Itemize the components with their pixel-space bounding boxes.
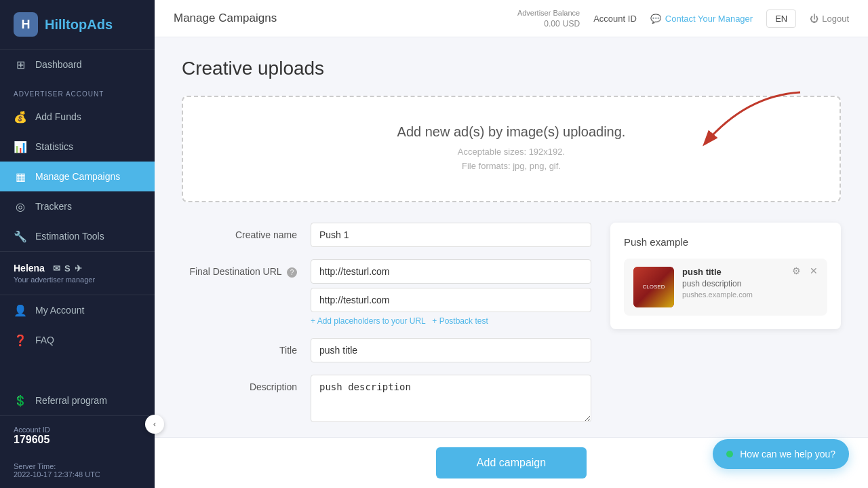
sidebar-item-trackers[interactable]: ◎ Trackers	[0, 191, 155, 221]
logo-text: HilltopAds	[45, 17, 113, 33]
grid-icon: ⊞	[14, 58, 27, 71]
url-input-wrap	[311, 259, 591, 288]
chat-bubble-icon: 💬	[650, 14, 661, 24]
tools-icon: 🔧	[14, 229, 27, 243]
add-campaign-button[interactable]: Add campaign	[436, 447, 587, 478]
push-example-title: Push example	[624, 236, 827, 248]
url-links: + Add placeholders to your URL + Postbac…	[311, 316, 591, 326]
user-icon: 👤	[14, 303, 27, 317]
trackers-icon: ◎	[14, 200, 27, 213]
creative-name-control	[311, 223, 591, 247]
telegram-icon[interactable]: ✈	[75, 263, 82, 274]
chart-icon: 📊	[14, 140, 27, 153]
page-title: Creative uploads	[182, 58, 841, 79]
content-area: Creative uploads Add new ad(s) by image(…	[155, 37, 868, 437]
balance-label: Advertiser Balance	[517, 9, 580, 17]
account-id-box: Account ID 179605	[0, 415, 155, 455]
logo: H HilltopAds	[0, 0, 155, 50]
upload-area[interactable]: Add new ad(s) by image(s) uploading. Acc…	[182, 96, 841, 202]
sidebar-item-manage-campaigns[interactable]: ▦ Manage Campaigns	[0, 162, 155, 191]
postback-test-link[interactable]: + Postback test	[432, 316, 488, 326]
logo-icon: H	[14, 12, 38, 37]
email-icon[interactable]: ✉	[53, 263, 60, 274]
form-row-url: Final Destination URL ? + Add placeholde…	[182, 259, 591, 326]
title-control	[311, 338, 591, 362]
form-row-title: Title	[182, 338, 591, 362]
upload-sub-text-sizes: Acceptable sizes: 192x192.	[197, 145, 826, 159]
sidebar-item-faq[interactable]: ❓ FAQ	[0, 325, 155, 355]
push-example-card: Push example CLOSED push title push desc…	[610, 223, 841, 329]
chat-label: How can we help you?	[740, 449, 835, 459]
balance-amount: 0.00 USD	[517, 17, 580, 29]
sidebar-item-statistics[interactable]: 📊 Statistics	[0, 132, 155, 162]
description-textarea[interactable]: push description	[311, 375, 591, 422]
creative-name-label: Creative name	[182, 223, 311, 240]
push-close-button[interactable]: ✕	[807, 264, 821, 278]
form-row-description: Description push description	[182, 375, 591, 425]
url-label: Final Destination URL ?	[182, 259, 311, 278]
url-help-icon[interactable]: ?	[287, 267, 297, 278]
skype-icon[interactable]: S	[64, 263, 71, 274]
language-selector[interactable]: EN	[766, 10, 796, 28]
contact-manager-button[interactable]: 💬 Contact Your Manager	[650, 14, 753, 24]
account-id-label: Account ID	[14, 426, 141, 434]
description-label: Description	[182, 375, 311, 392]
push-thumb-image: CLOSED	[633, 267, 674, 307]
sidebar-section-label: ADVERTISER ACCOUNT	[0, 79, 155, 102]
add-placeholders-link[interactable]: + Add placeholders to your URL	[311, 316, 425, 326]
header: Manage Campaigns Advertiser Balance 0.00…	[155, 0, 868, 37]
faq-icon: ❓	[14, 333, 27, 347]
manager-name: Helena ✉ S ✈	[14, 263, 141, 274]
sidebar-item-estimation-tools[interactable]: 🔧 Estimation Tools	[0, 221, 155, 251]
push-notif-desc: push description	[682, 279, 818, 288]
dollar-icon: 💰	[14, 110, 27, 124]
url-input-secondary[interactable]	[311, 288, 591, 312]
chat-widget[interactable]: How can we help you?	[713, 439, 849, 469]
header-right: Advertiser Balance 0.00 USD Account ID 💬…	[517, 9, 849, 29]
push-thumbnail: CLOSED	[633, 267, 674, 307]
campaigns-icon: ▦	[14, 170, 27, 183]
manager-role: Your advertiser manager	[14, 276, 141, 284]
push-notif-url: pushes.example.com	[682, 290, 818, 299]
title-input[interactable]	[311, 338, 591, 362]
account-id-value: 179605	[14, 434, 141, 446]
logout-icon: ⏻	[810, 14, 818, 24]
sidebar-bottom: 💲 Referral program Account ID 179605 Ser…	[0, 386, 155, 488]
main-content: Manage Campaigns Advertiser Balance 0.00…	[155, 0, 868, 488]
sidebar-item-add-funds[interactable]: 💰 Add Funds	[0, 102, 155, 132]
sidebar-item-my-account[interactable]: 👤 My Account	[0, 295, 155, 325]
header-title: Manage Campaigns	[174, 12, 277, 25]
upload-section: Add new ad(s) by image(s) uploading. Acc…	[182, 96, 841, 202]
title-label: Title	[182, 338, 311, 356]
manager-icons: ✉ S ✈	[53, 263, 82, 274]
url-input[interactable]	[311, 259, 591, 284]
push-settings-button[interactable]: ⚙	[789, 264, 803, 278]
description-control: push description	[311, 375, 591, 425]
creative-name-input[interactable]	[311, 223, 591, 247]
sidebar-collapse-button[interactable]: ‹	[145, 415, 164, 434]
url-control: + Add placeholders to your URL + Postbac…	[311, 259, 591, 326]
push-notification-preview: CLOSED push title push description pushe…	[624, 259, 827, 316]
chat-online-dot	[726, 451, 733, 457]
account-id-header: Account ID	[593, 14, 637, 24]
form-layout: Creative name Final Destination URL ?	[182, 223, 841, 437]
logout-button[interactable]: ⏻ Logout	[810, 14, 849, 24]
advertiser-balance: Advertiser Balance 0.00 USD	[517, 9, 580, 29]
push-example-section: Push example CLOSED push title push desc…	[610, 223, 841, 437]
form-row-creative-name: Creative name	[182, 223, 591, 247]
push-actions: ⚙ ✕	[789, 264, 821, 278]
upload-main-text: Add new ad(s) by image(s) uploading.	[197, 124, 826, 140]
upload-sub-text-formats: File formats: jpg, png, gif.	[197, 159, 826, 174]
manager-section: Helena ✉ S ✈ Your advertiser manager	[0, 251, 155, 295]
sidebar-item-dashboard[interactable]: ⊞ Dashboard	[0, 50, 155, 79]
form-left: Creative name Final Destination URL ?	[182, 223, 591, 437]
sidebar: H HilltopAds ⊞ Dashboard ADVERTISER ACCO…	[0, 0, 155, 488]
sidebar-item-referral[interactable]: 💲 Referral program	[0, 386, 155, 415]
referral-icon: 💲	[14, 394, 27, 407]
server-time: Server Time: 2022-10-17 12:37:48 UTC	[0, 455, 155, 488]
